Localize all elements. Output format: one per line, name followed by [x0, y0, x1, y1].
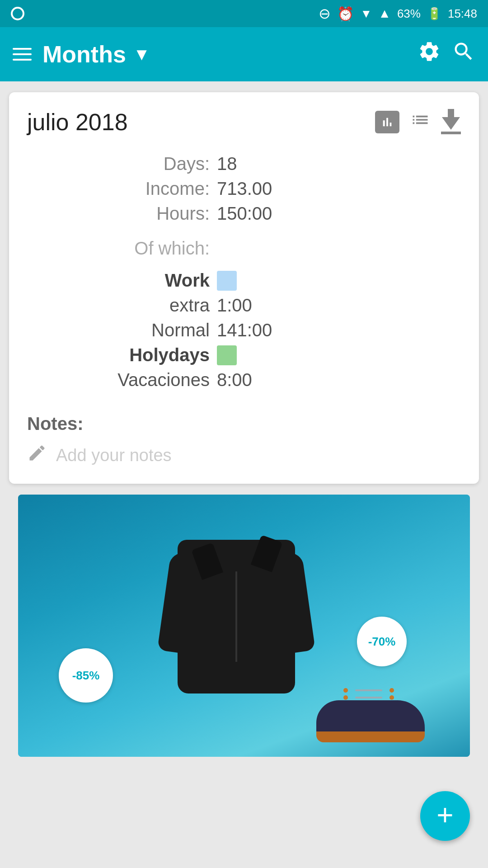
wifi-icon: ▼: [360, 7, 372, 21]
extra-label: extra: [27, 295, 217, 316]
extra-value: 1:00: [217, 295, 252, 316]
battery-icon: 🔋: [427, 7, 441, 21]
notes-input-area[interactable]: Add your notes: [27, 443, 461, 467]
normal-label: Normal: [27, 320, 217, 340]
of-which-label: Of which:: [27, 238, 217, 259]
days-row: Days: 18: [27, 154, 461, 174]
extra-row: extra 1:00: [27, 295, 461, 316]
search-button[interactable]: [452, 40, 475, 69]
vacaciones-row: Vacaciones 8:00: [27, 370, 461, 390]
days-label: Days:: [27, 154, 217, 174]
notes-section: Notes: Add your notes: [27, 406, 461, 467]
income-value: 713.00: [217, 179, 272, 199]
fab-add-button[interactable]: +: [420, 791, 470, 841]
summary-card: julio 2018: [9, 92, 479, 484]
battery-percentage: 63%: [397, 7, 421, 21]
status-bar-left: [11, 7, 24, 20]
toolbar-right: [418, 40, 475, 69]
income-label: Income:: [27, 179, 217, 199]
hours-value: 150:00: [217, 203, 272, 224]
status-bar: ⊖ ⏰ ▼ ▲ 63% 🔋 15:48: [0, 0, 488, 27]
dnd-icon: ⊖: [319, 5, 331, 22]
notes-placeholder: Add your notes: [56, 446, 172, 465]
status-bar-right: ⊖ ⏰ ▼ ▲ 63% 🔋 15:48: [319, 5, 477, 22]
fab-plus-icon: +: [436, 801, 453, 830]
dropdown-arrow-icon[interactable]: ▼: [133, 45, 150, 64]
status-circle-icon: [11, 7, 24, 20]
notes-title: Notes:: [27, 414, 461, 434]
hours-row: Hours: 150:00: [27, 203, 461, 224]
bar-chart-button[interactable]: [375, 111, 399, 133]
ad-banner[interactable]: -85% -70%: [18, 495, 470, 757]
discount-badge-85: -85%: [59, 648, 113, 703]
card-period-title: julio 2018: [27, 108, 128, 136]
vacaciones-value: 8:00: [217, 370, 252, 390]
discount-badge-70: -70%: [357, 617, 407, 666]
toolbar-title: Months: [42, 41, 126, 68]
normal-row: Normal 141:00: [27, 320, 461, 340]
alarm-icon: ⏰: [337, 6, 354, 22]
main-content: julio 2018: [0, 81, 488, 768]
list-button[interactable]: [410, 110, 430, 134]
vacaciones-label: Vacaciones: [27, 370, 217, 390]
work-label: Work: [27, 270, 217, 291]
stats-section: Days: 18 Income: 713.00 Hours: 150:00: [27, 154, 461, 224]
work-row: Work: [27, 270, 461, 291]
holydays-color-box: [217, 345, 237, 365]
time-display: 15:48: [448, 7, 477, 21]
settings-button[interactable]: [418, 40, 441, 69]
ad-section: -85% -70%: [9, 495, 479, 757]
income-row: Income: 713.00: [27, 179, 461, 199]
days-value: 18: [217, 154, 237, 174]
normal-value: 141:00: [217, 320, 272, 340]
of-which-section: Of which: Work extra 1:00 Normal 141:00 …: [27, 238, 461, 390]
download-button[interactable]: [441, 110, 461, 134]
hours-label: Hours:: [27, 203, 217, 224]
toolbar-title-area: Months ▼: [42, 41, 407, 68]
holydays-row: Holydays: [27, 345, 461, 365]
signal-icon: ▲: [378, 6, 391, 21]
pencil-icon: [27, 443, 47, 467]
card-actions: [375, 110, 461, 134]
toolbar: Months ▼: [0, 27, 488, 81]
holydays-label: Holydays: [27, 345, 217, 365]
card-header: julio 2018: [27, 108, 461, 136]
menu-button[interactable]: [13, 48, 32, 61]
work-color-box: [217, 271, 237, 291]
